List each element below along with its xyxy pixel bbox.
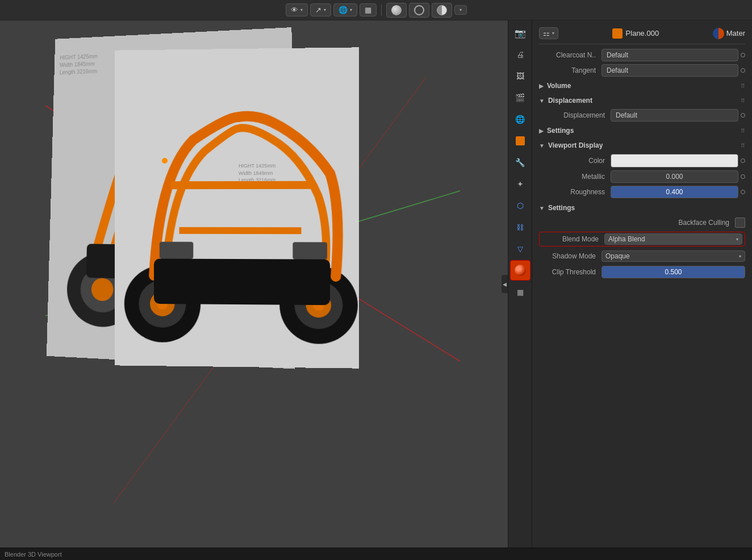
car-image-front <box>120 53 359 357</box>
constraints-icon: ⛓ <box>516 223 524 232</box>
displacement-label: Displacement <box>548 97 592 105</box>
shading-dropdown-btn[interactable]: ▾ <box>454 5 467 15</box>
object-icon-header <box>612 28 623 39</box>
clearcoat-n-row: Clearcoat N.. Default <box>539 49 745 61</box>
color-label: Color <box>548 157 611 165</box>
displacement-dots: ⠿ <box>741 98 745 104</box>
blend-mode-dropdown[interactable]: Alpha Blend ▾ <box>604 233 742 245</box>
viewport-display-section-header[interactable]: ▼ Viewport Display ⠿ <box>539 139 745 152</box>
physics-icon: ⬡ <box>517 201 524 210</box>
svg-rect-21 <box>293 242 327 259</box>
clearcoat-n-label: Clearcoat N.. <box>539 51 601 59</box>
clip-threshold-value[interactable]: 0.500 <box>601 266 745 278</box>
scene-properties-btn[interactable]: 🎬 <box>510 87 530 108</box>
eye-icon: 👁 <box>291 6 298 14</box>
origin-dot <box>162 158 168 164</box>
panel-mode-arrow: ▾ <box>552 31 554 36</box>
roughness-value[interactable]: 0.400 <box>611 186 738 198</box>
clearcoat-n-value[interactable]: Default <box>601 49 738 61</box>
volume-section-header[interactable]: ▶ Volume ⠿ <box>539 80 745 92</box>
cursor-btn[interactable]: ↗ ▾ <box>310 3 331 16</box>
metallic-dot[interactable] <box>741 174 745 179</box>
metallic-value[interactable]: 0.000 <box>611 170 738 183</box>
color-value[interactable] <box>611 154 738 168</box>
shadow-mode-row: Shadow Mode Opaque ▾ <box>539 249 745 263</box>
backface-culling-label: Backface Culling <box>548 219 735 227</box>
object-properties-btn[interactable] <box>510 131 530 151</box>
particles-icon: ✦ <box>517 179 524 189</box>
grid-icon: ▦ <box>365 6 371 14</box>
backface-culling-row: Backface Culling <box>539 216 745 229</box>
object-name-area: Plane.000 <box>563 28 708 39</box>
clip-threshold-row: Clip Threshold 0.500 <box>539 266 745 278</box>
roughness-row: Roughness 0.400 <box>539 186 745 198</box>
modifier-properties-btn[interactable]: 🔧 <box>510 152 530 173</box>
half-circle-shading-btn[interactable] <box>432 3 452 18</box>
blend-mode-row: Blend Mode Alpha Blend ▾ <box>539 232 745 246</box>
properties-panel: ⚏ ▾ Plane.000 Mater Clearcoat N.. Defaul… <box>532 20 752 548</box>
material-properties-btn[interactable] <box>510 260 530 281</box>
globe-icon: 🌐 <box>339 6 348 14</box>
color-dot[interactable] <box>741 158 745 163</box>
constraints-properties-btn[interactable]: ⛓ <box>510 217 530 237</box>
clip-threshold-label: Clip Threshold <box>539 268 601 276</box>
separator-1 <box>381 5 382 16</box>
shadow-mode-label: Shadow Mode <box>539 252 601 260</box>
world-icon: 🌐 <box>515 115 525 124</box>
blend-mode-value: Alpha Blend <box>608 235 645 243</box>
svg-rect-20 <box>160 242 193 259</box>
displacement-dot[interactable] <box>741 113 745 118</box>
printer-icon: 🖨 <box>516 50 524 59</box>
cursor-icon: ↗ <box>315 6 321 14</box>
circle-shading-btn[interactable] <box>409 3 429 18</box>
collapse-panel-btn[interactable]: ◂ <box>502 275 508 293</box>
data-icon: ▽ <box>517 245 523 253</box>
material-ball-icon <box>515 265 526 276</box>
settings-section-header[interactable]: ▶ Settings ⠿ <box>539 124 745 137</box>
sphere-shading-btn[interactable] <box>386 3 407 18</box>
backface-culling-checkbox[interactable] <box>735 218 745 228</box>
volume-dots: ⠿ <box>741 83 745 89</box>
data-properties-btn[interactable]: ▽ <box>510 239 530 259</box>
color-row: Color <box>539 154 745 168</box>
sphere-icon <box>391 5 402 15</box>
bottom-status-bar: Blender 3D Viewport <box>0 548 752 560</box>
settings-dots: ⠿ <box>741 128 745 134</box>
physics-properties-btn[interactable]: ⬡ <box>510 195 530 216</box>
properties-header: ⚏ ▾ Plane.000 Mater <box>539 25 745 44</box>
orange-square-icon <box>516 136 525 145</box>
panel-mode-dropdown[interactable]: ⚏ ▾ <box>539 27 558 39</box>
displacement-val-value[interactable]: Default <box>611 109 738 122</box>
volume-arrow: ▶ <box>539 83 544 89</box>
dropdown-arrow-2: ▾ <box>324 7 326 12</box>
output-properties-btn[interactable]: 🖨 <box>510 44 530 65</box>
particles-properties-btn[interactable]: ✦ <box>510 174 530 194</box>
render-properties-btn[interactable]: 📷 <box>510 23 530 43</box>
viewport-shading-btn[interactable]: 🌐 ▾ <box>333 3 357 16</box>
displacement-section-header[interactable]: ▼ Displacement ⠿ <box>539 94 745 107</box>
right-panel: 📷 🖨 🖼 🎬 🌐 🔧 <box>508 20 752 548</box>
view-layer-btn[interactable]: 🖼 <box>510 66 530 86</box>
tangent-row: Tangent Default <box>539 64 745 77</box>
clearcoat-n-dot[interactable] <box>741 53 745 57</box>
wrench-icon: 🔧 <box>515 158 525 167</box>
world-properties-btn[interactable]: 🌐 <box>510 109 530 129</box>
viewport[interactable]: HIGHT 1425mm Width 1845mm Length 3216mm <box>0 20 508 548</box>
tangent-dot[interactable] <box>741 68 745 73</box>
settings2-section-header[interactable]: ▼ Settings <box>539 202 745 214</box>
material-label: Mater <box>726 29 745 37</box>
overlay-btn[interactable]: ▦ <box>360 3 377 16</box>
status-text: Blender 3D Viewport <box>5 551 62 558</box>
roughness-dot[interactable] <box>741 190 745 194</box>
tangent-value[interactable]: Default <box>601 64 738 77</box>
car-front-plane: HIGHT 1425mm Width 1849mm Length 3216mm <box>115 47 359 368</box>
metallic-row: Metallic 0.000 <box>539 170 745 183</box>
header-icons: ⚏ ▾ <box>539 27 558 39</box>
view-toggle-btn[interactable]: 👁 ▾ <box>286 3 308 16</box>
texture-properties-btn[interactable]: ▦ <box>510 282 530 302</box>
object-name-label: Plane.000 <box>626 29 659 37</box>
shadow-mode-dropdown[interactable]: Opaque ▾ <box>601 250 745 262</box>
top-toolbar: 👁 ▾ ↗ ▾ 🌐 ▾ ▦ ▾ <box>0 0 752 20</box>
volume-label: Volume <box>547 82 571 90</box>
displacement-arrow: ▼ <box>539 98 545 104</box>
